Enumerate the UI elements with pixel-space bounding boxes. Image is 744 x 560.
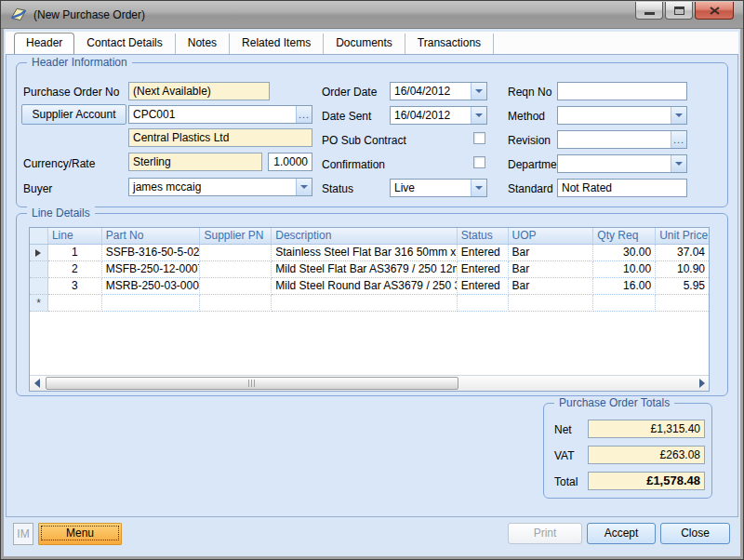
new-row-selector-cell[interactable]: *	[30, 295, 48, 312]
column-header-part-no[interactable]: Part No	[102, 228, 201, 244]
tab-transactions[interactable]: Transactions	[405, 33, 494, 54]
buyer-dropdown-button[interactable]	[296, 179, 312, 195]
grid-header-row: Line Part No Supplier PN Description Sta…	[30, 228, 709, 245]
buyer-combo[interactable]: james mccaig	[128, 178, 312, 196]
accept-button[interactable]: Accept	[587, 523, 656, 544]
date-sent-picker[interactable]: 16/04/2012	[390, 106, 487, 125]
close-icon	[710, 7, 720, 15]
column-header-supplier-pn[interactable]: Supplier PN	[200, 228, 272, 244]
cell-empty[interactable]	[102, 295, 201, 312]
po-sub-contract-checkbox[interactable]	[473, 132, 485, 144]
cell-status[interactable]: Entered	[458, 278, 509, 295]
tab-contact-details[interactable]: Contact Details	[74, 33, 175, 54]
chevron-down-icon	[475, 113, 483, 117]
menu-button[interactable]: Menu	[38, 523, 122, 545]
table-row[interactable]: 2 MSFB-250-12-0007 Mild Steel Flat Bar A…	[30, 261, 709, 278]
cell-empty[interactable]	[656, 295, 709, 312]
po-sub-contract-label: PO Sub Contract	[322, 134, 406, 147]
cell-line[interactable]: 2	[48, 261, 102, 278]
cell-description[interactable]: Mild Steel Round Bar AS3679 / 250 3...	[272, 278, 457, 295]
cell-uop[interactable]: Bar	[509, 278, 594, 295]
cell-qty-req[interactable]: 30.00	[593, 245, 656, 261]
cell-empty[interactable]	[458, 295, 509, 312]
supplier-browse-button[interactable]: ...	[296, 106, 312, 123]
cell-empty[interactable]	[509, 295, 594, 312]
print-button[interactable]: Print	[508, 523, 582, 544]
row-selector-cell[interactable]	[30, 278, 48, 295]
order-date-picker[interactable]: 16/04/2012	[390, 82, 487, 100]
supplier-name-field[interactable]: Central Plastics Ltd	[128, 128, 312, 147]
supplier-account-code: CPC001	[129, 106, 296, 123]
cell-uop[interactable]: Bar	[509, 245, 594, 261]
cell-supplier-pn[interactable]	[200, 245, 272, 261]
new-row[interactable]: *	[30, 295, 709, 312]
column-header-uop[interactable]: UOP	[509, 228, 594, 244]
revision-field[interactable]: ...	[557, 130, 687, 149]
standard-field[interactable]: Not Rated	[557, 179, 687, 197]
cell-line[interactable]: 3	[48, 278, 102, 295]
department-dropdown-button[interactable]	[671, 155, 686, 172]
scrollbar-thumb[interactable]	[46, 377, 458, 390]
row-selector-cell[interactable]	[30, 245, 48, 261]
cell-unit-price[interactable]: 10.90	[656, 261, 709, 278]
cell-line[interactable]: 1	[48, 245, 102, 261]
horizontal-scrollbar[interactable]	[30, 375, 709, 391]
maximize-button[interactable]	[665, 2, 693, 20]
close-button[interactable]	[695, 2, 734, 20]
date-sent-dropdown-button[interactable]	[471, 107, 486, 124]
cell-qty-req[interactable]: 10.00	[593, 261, 656, 278]
cell-part-no[interactable]: MSRB-250-03-0004	[102, 278, 201, 295]
cell-description[interactable]: Mild Steel Flat Bar AS3679 / 250 12m...	[272, 261, 457, 278]
date-sent-value: 16/04/2012	[391, 107, 471, 124]
supplier-account-button[interactable]: Supplier Account	[21, 104, 126, 125]
tab-related-items[interactable]: Related Items	[230, 33, 324, 54]
column-header-line[interactable]: Line	[48, 228, 102, 244]
table-row[interactable]: 3 MSRB-250-03-0004 Mild Steel Round Bar …	[30, 278, 709, 295]
cell-status[interactable]: Entered	[458, 261, 509, 278]
column-header-status[interactable]: Status	[458, 228, 509, 244]
cell-status[interactable]: Entered	[458, 245, 509, 261]
status-dropdown-button[interactable]	[471, 180, 486, 196]
cell-supplier-pn[interactable]	[200, 278, 272, 295]
tab-notes[interactable]: Notes	[176, 33, 230, 54]
cell-unit-price[interactable]: 5.95	[656, 278, 709, 295]
cell-empty[interactable]	[48, 295, 102, 312]
revision-browse-button[interactable]: ...	[671, 131, 686, 148]
department-combo[interactable]	[557, 154, 687, 173]
minimize-button[interactable]	[635, 2, 663, 20]
confirmation-checkbox[interactable]	[473, 156, 485, 168]
currency-field[interactable]: Sterling	[128, 153, 262, 171]
cell-description[interactable]: Stainless Steel Flat Bar 316 50mm x 5...	[272, 245, 457, 261]
method-dropdown-button[interactable]	[671, 107, 686, 124]
cell-part-no[interactable]: SSFB-316-50-5-02	[102, 245, 201, 261]
cell-qty-req[interactable]: 16.00	[593, 278, 656, 295]
reqn-no-field[interactable]	[557, 82, 687, 100]
column-header-unit-price[interactable]: Unit Price	[656, 228, 709, 244]
cell-uop[interactable]: Bar	[509, 261, 594, 278]
supplier-account-field[interactable]: CPC001 ...	[128, 105, 312, 124]
tab-header[interactable]: Header	[14, 33, 74, 54]
scroll-right-button[interactable]	[695, 376, 709, 391]
cell-part-no[interactable]: MSFB-250-12-0007	[102, 261, 201, 278]
tab-documents[interactable]: Documents	[324, 33, 405, 54]
maximize-icon	[674, 7, 684, 15]
cell-empty[interactable]	[272, 295, 457, 312]
cell-empty[interactable]	[593, 295, 656, 312]
column-header-description[interactable]: Description	[272, 228, 457, 244]
status-combo[interactable]: Live	[390, 179, 487, 197]
order-date-dropdown-button[interactable]	[471, 83, 486, 100]
method-combo[interactable]	[557, 106, 687, 125]
table-row[interactable]: 1 SSFB-316-50-5-02 Stainless Steel Flat …	[30, 245, 709, 261]
rate-field[interactable]: 1.0000	[268, 153, 312, 171]
purchase-order-no-field[interactable]: (Next Available)	[128, 82, 270, 100]
chevron-down-icon	[675, 162, 683, 166]
cell-supplier-pn[interactable]	[200, 261, 272, 278]
status-value: Live	[391, 180, 471, 196]
cell-empty[interactable]	[200, 295, 272, 312]
row-selector-cell[interactable]	[30, 261, 48, 278]
chevron-down-icon	[300, 185, 308, 189]
scroll-left-button[interactable]	[30, 376, 44, 391]
close-dialog-button[interactable]: Close	[660, 523, 730, 544]
cell-unit-price[interactable]: 37.04	[656, 245, 709, 261]
column-header-qty-req[interactable]: Qty Req	[593, 228, 656, 244]
